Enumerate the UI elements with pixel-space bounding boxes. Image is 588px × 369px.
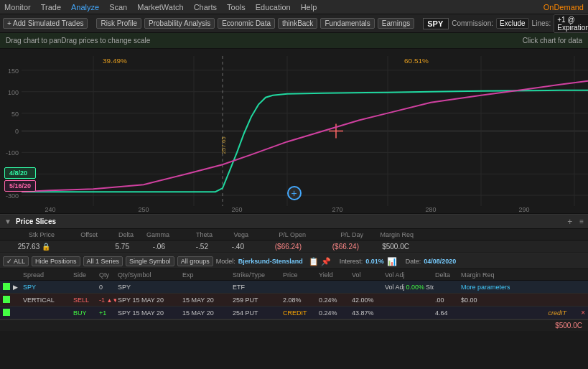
sell-spread: VERTICAL	[22, 296, 72, 304]
add-price-slice-button[interactable]: +	[287, 186, 302, 200]
sell-strike-type: 259 PUT	[231, 296, 281, 304]
lines-label: Lines:	[532, 19, 551, 27]
col-yield: Yield	[317, 271, 350, 279]
svg-text:280: 280	[425, 206, 436, 213]
thinkback-button[interactable]: thinkBack	[278, 18, 317, 29]
col-vol: Vol	[350, 271, 383, 279]
commission-value[interactable]: Exclude	[496, 18, 529, 29]
single-symbol-button[interactable]: Single Symbol	[126, 256, 174, 266]
lines-value[interactable]: +1 @ Expiration	[554, 14, 588, 33]
model-icons: 📋 📌	[309, 257, 331, 266]
nav-scan[interactable]: Scan	[109, 3, 127, 11]
risk-profile-button[interactable]: Risk Profile	[96, 18, 141, 29]
price-slices-section: ▼ Price Slices + ≡ Stk Price Offset Delt…	[0, 214, 588, 253]
sell-check[interactable]	[1, 296, 11, 304]
delta-value: 5.75	[96, 243, 132, 251]
positions-col-headers: Spread Side Qty Qty/Symbol Exp Strike/Ty…	[0, 269, 588, 281]
lock-icon[interactable]: 🔒	[42, 243, 50, 251]
sell-price: 2.08%	[281, 296, 317, 304]
col-pl-open: P/L Open	[248, 231, 306, 238]
price-slices-expand[interactable]: +	[567, 217, 572, 227]
buy-delta: 4.64	[434, 309, 459, 317]
sell-symbol: SPY 15 MAY 20	[116, 296, 181, 304]
prob-analysis-button[interactable]: Probability Analysis	[144, 18, 215, 29]
nav-charts[interactable]: Charts	[194, 3, 217, 11]
svg-text:290: 290	[518, 206, 529, 213]
spy-voladj: Vol Adj 0.00% Stock Price 270.58	[383, 284, 434, 291]
top-nav: Monitor Trade Analyze Scan MarketWatch C…	[0, 0, 588, 14]
chart-legend: 4/8/20 5/16/20	[4, 167, 36, 193]
col-theta: Theta	[169, 231, 213, 238]
pl-open-value: ($66.24)	[247, 243, 304, 251]
gamma-value: -.06	[132, 243, 168, 251]
col-striketype: Strike/Type	[231, 271, 281, 279]
nav-help[interactable]: Help	[301, 3, 317, 11]
col-qty: Qty	[98, 271, 116, 279]
price-slices-triangle[interactable]: ▼	[4, 218, 11, 225]
spy-flag: ▶	[11, 284, 22, 291]
svg-text:257.65: 257.65	[220, 136, 227, 154]
spy-more-params[interactable]: More parameters	[459, 284, 510, 291]
svg-text:260: 260	[231, 206, 242, 213]
nav-trade[interactable]: Trade	[41, 3, 61, 11]
sell-side: SELL	[72, 296, 98, 304]
svg-text:240: 240	[45, 206, 55, 213]
filter-all-button[interactable]: ✓ ALL	[3, 256, 29, 266]
svg-text:150: 150	[8, 67, 19, 75]
buy-symbol: SPY 15 MAY 20	[116, 309, 181, 317]
svg-text:50: 50	[11, 111, 19, 118]
buy-strike-type: 254 PUT	[231, 309, 281, 317]
close-position-button[interactable]: ×	[581, 309, 585, 317]
col-price: Price	[281, 271, 317, 279]
positions-section: ✓ ALL Hide Positions All 1 Series Single…	[0, 253, 588, 331]
buy-qty: +1	[98, 309, 116, 317]
hide-positions-button[interactable]: Hide Positions	[32, 256, 80, 266]
col-vega: Vega	[213, 231, 248, 238]
sell-qty-controls[interactable]: ▲▼	[107, 297, 116, 304]
spy-qty: 0	[98, 284, 116, 291]
sell-row: VERTICAL SELL -1 ▲▼ SPY 15 MAY 20 15 MAY…	[0, 294, 588, 307]
sell-margin: $0.00	[459, 296, 510, 304]
sell-exp-full: 15 MAY 20	[181, 296, 231, 304]
svg-text:-300: -300	[6, 192, 19, 200]
spy-type: ETF	[231, 284, 281, 291]
buy-side: BUY	[72, 309, 98, 317]
buy-vol: 43.87%	[350, 309, 383, 317]
price-slices-menu[interactable]: ≡	[579, 218, 584, 225]
sell-exp: 15 MAY 20	[132, 296, 164, 304]
svg-text:270: 270	[332, 206, 342, 213]
sell-yield: 0.24%	[317, 296, 350, 304]
svg-text:100: 100	[8, 89, 19, 96]
all-groups-button[interactable]: All groups	[177, 256, 213, 266]
toolbar: + Add Simulated Trades Risk Profile Prob…	[0, 14, 588, 33]
symbol-input[interactable]	[423, 18, 449, 29]
col-spread: Spread	[22, 271, 72, 279]
all-series-button[interactable]: All 1 Series	[83, 256, 123, 266]
nav-tools[interactable]: Tools	[227, 3, 246, 11]
nav-marketwatch[interactable]: MarketWatch	[137, 3, 183, 11]
nav-monitor[interactable]: Monitor	[4, 3, 31, 11]
buy-check[interactable]	[1, 309, 11, 317]
spy-check[interactable]	[1, 283, 11, 291]
interest-icon[interactable]: 📊	[387, 257, 397, 266]
col-offset: Offset	[55, 231, 98, 238]
margin-req-value: $500.0C	[362, 243, 412, 251]
ondemand-label: OnDemand	[543, 3, 584, 11]
interest-label: Interest:	[340, 258, 363, 265]
click-hint: Click chart for data	[523, 37, 582, 45]
earnings-button[interactable]: Earnings	[378, 18, 414, 29]
vega-value: -.40	[211, 243, 247, 251]
col-exp: Exp	[181, 271, 231, 279]
legend-date2: 5/16/20	[4, 180, 36, 192]
credit-label: credIT	[548, 309, 566, 317]
chart-area[interactable]: 150 100 50 0 -100 -200 -300 240 250 260 …	[0, 49, 588, 214]
nav-education[interactable]: Education	[256, 3, 291, 11]
economic-data-button[interactable]: Economic Data	[218, 18, 275, 29]
legend-date1: 4/8/20	[4, 167, 36, 179]
pos-date-value: 04/08/2020	[424, 258, 456, 265]
fundamentals-button[interactable]: Fundamentals	[320, 18, 374, 29]
theta-value: -.52	[168, 243, 211, 251]
svg-text:250: 250	[138, 206, 149, 213]
nav-analyze[interactable]: Analyze	[71, 3, 99, 11]
add-sim-trades-button[interactable]: + Add Simulated Trades	[3, 18, 88, 29]
